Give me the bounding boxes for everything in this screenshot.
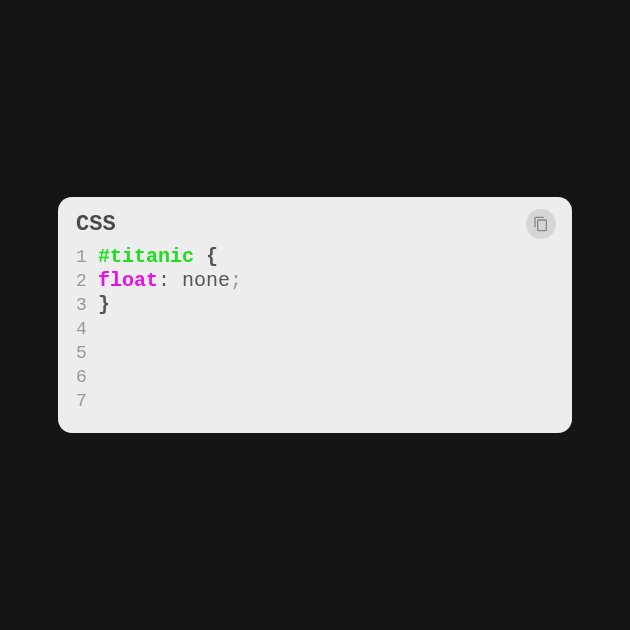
code-snippet-card: CSS 1#titanic {2float: none;3}4567 bbox=[58, 197, 572, 433]
line-number: 3 bbox=[76, 293, 98, 317]
line-number: 4 bbox=[76, 317, 98, 341]
copy-button[interactable] bbox=[526, 209, 556, 239]
line-number: 7 bbox=[76, 389, 98, 413]
code-token: : bbox=[158, 269, 170, 292]
code-token bbox=[170, 269, 182, 292]
code-token: ; bbox=[230, 269, 242, 292]
code-token: #titanic bbox=[98, 245, 194, 268]
code-token bbox=[194, 245, 206, 268]
card-header: CSS bbox=[58, 209, 572, 245]
line-number: 1 bbox=[76, 245, 98, 269]
code-line: 7 bbox=[76, 389, 554, 413]
code-line: 2float: none; bbox=[76, 269, 554, 293]
code-token: } bbox=[98, 293, 110, 316]
code-line: 1#titanic { bbox=[76, 245, 554, 269]
code-line: 3} bbox=[76, 293, 554, 317]
code-content: float: none; bbox=[98, 269, 242, 293]
copy-icon bbox=[533, 216, 549, 232]
line-number: 5 bbox=[76, 341, 98, 365]
code-line: 5 bbox=[76, 341, 554, 365]
code-content: } bbox=[98, 293, 110, 317]
code-token: none bbox=[182, 269, 230, 292]
code-token: float bbox=[98, 269, 158, 292]
code-area: 1#titanic {2float: none;3}4567 bbox=[58, 245, 572, 413]
code-line: 6 bbox=[76, 365, 554, 389]
language-label: CSS bbox=[76, 212, 116, 237]
code-content: #titanic { bbox=[98, 245, 218, 269]
code-line: 4 bbox=[76, 317, 554, 341]
line-number: 6 bbox=[76, 365, 98, 389]
line-number: 2 bbox=[76, 269, 98, 293]
code-token: { bbox=[206, 245, 218, 268]
